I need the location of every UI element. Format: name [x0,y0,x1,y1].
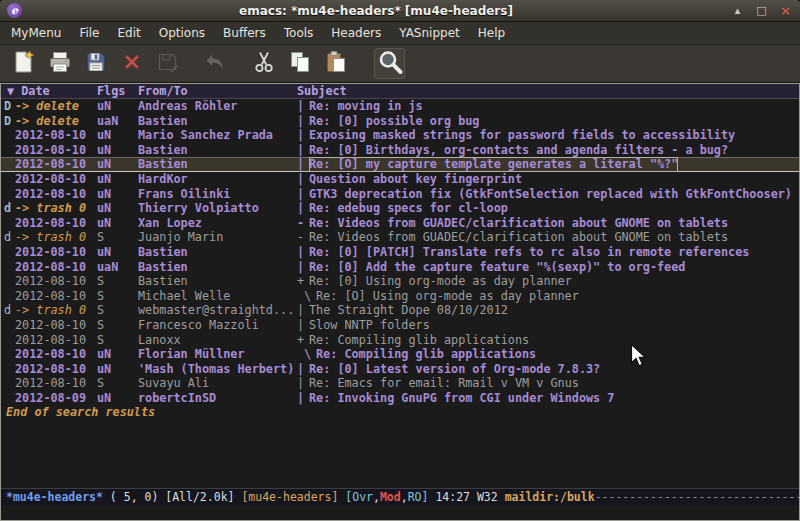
message-row[interactable]: 2012-08-10 uN 'Mash (Thomas Herbert) | R… [1,362,799,377]
message-row[interactable]: 2012-08-10 uN Xan Lopez - Re: Videos fro… [1,216,799,231]
message-row[interactable]: 2012-08-10 S Bastien + Re: [0] Using org… [1,274,799,289]
buffer-empty-space [1,420,799,488]
message-row[interactable]: 2012-08-09 uN robertcInSD | Re: Invoking… [1,391,799,406]
mode-line-segment: [All/2.0k] [165,490,241,504]
subject-cell: Re: Videos from GUADEC/clarification abo… [309,216,728,231]
from-cell: Bastien [138,143,297,158]
subject-cell: Re: [0] Birthdays, org-contacts and agen… [309,143,728,158]
thread-indicator: | [297,143,309,158]
flags-cell: S [97,318,138,333]
menu-item-tools[interactable]: Tools [275,23,323,43]
thread-indicator: | [297,114,309,129]
mark-cell [4,216,15,231]
message-row[interactable]: 2012-08-10 uN Mario Sanchez Prada | Expo… [1,128,799,143]
subject-cell: Re: moving in js [309,99,423,114]
subject-cell: Question about key fingerprint [309,172,522,187]
flags-cell: S [97,333,138,348]
message-row[interactable]: 2012-08-10 uN Frans Oilinki | GTK3 depre… [1,187,799,202]
tool-bar [0,45,800,83]
message-row[interactable]: D -> delete uN Andreas Röhler | Re: movi… [1,99,799,114]
column-header-subject[interactable]: Subject [297,84,799,98]
column-header-from[interactable]: From/To [138,84,297,98]
mark-cell: D [4,114,15,129]
column-header-date[interactable]: ▼ Date [4,84,97,98]
message-row[interactable]: 2012-08-10 uN Bastien | Re: [0] Birthday… [1,143,799,158]
message-row[interactable]: 2012-08-10 uN Florian Müllner \ Re: Comp… [1,347,799,362]
echo-area[interactable] [1,505,799,520]
thread-indicator: | [297,303,309,318]
message-row[interactable]: 2012-08-10 S Michael Welle \ Re: [O] Usi… [1,289,799,304]
message-row[interactable]: D -> delete uaN Bastien | Re: [0] possib… [1,114,799,129]
date-cell: 2012-08-10 [15,216,97,231]
message-row[interactable]: d -> trash 0 S webmaster@straightd... | … [1,303,799,318]
message-row[interactable]: d -> trash 0 S Juanjo Marin - Re: Videos… [1,230,799,245]
thread-indicator: | [297,391,309,406]
date-cell: -> delete [15,114,97,129]
thread-indicator: | [297,201,309,216]
message-row[interactable]: 2012-08-10 uN Bastien | Re: [0] [PATCH] … [1,245,799,260]
from-cell: Suvayu Ali [138,376,297,391]
message-row[interactable]: 2012-08-10 S Suvayu Ali | Re: Emacs for … [1,376,799,391]
flags-cell: uN [97,391,138,406]
save-button[interactable] [80,48,111,79]
message-row[interactable]: 2012-08-10 uN Bastien | Re: [O] my captu… [1,157,799,172]
flags-cell: uaN [97,260,138,275]
undo-button[interactable] [200,48,231,79]
close-buffer-button[interactable] [116,48,147,79]
subject-cell: Re: Invoking GnuPG from CGI under Window… [309,391,614,406]
message-row[interactable]: d -> trash 0 uN Thierry Volpiatto | Re: … [1,201,799,216]
mark-cell [4,289,15,304]
message-row[interactable]: 2012-08-10 uN HardKor | Question about k… [1,172,799,187]
menu-item-buffers[interactable]: Buffers [214,23,275,43]
message-row[interactable]: 2012-08-10 uaN Bastien | Re: [0] Add the… [1,260,799,275]
subject-cell: Re: [O] Using org-mode as day planner [316,289,579,304]
mode-line-segment: RO [408,490,422,504]
maximize-button[interactable]: □ [754,3,769,18]
menu-item-file[interactable]: File [70,23,108,43]
mode-line-segment: Mod [380,490,401,504]
menu-item-mymenu[interactable]: MyMenu [2,23,70,43]
flags-cell: uN [97,128,138,143]
close-button[interactable]: × [778,3,793,18]
copy-button[interactable] [284,48,315,79]
date-cell: 2012-08-10 [15,318,97,333]
column-header-flags[interactable]: Flgs [97,84,138,98]
message-row[interactable]: 2012-08-10 S Francesco Mazzoli | Slow NN… [1,318,799,333]
menu-item-edit[interactable]: Edit [109,23,150,43]
print-button[interactable] [44,48,75,79]
flags-cell: uN [97,157,138,172]
mark-cell [4,347,15,362]
flags-cell: S [97,289,138,304]
menu-item-help[interactable]: Help [469,23,514,43]
thread-indicator: + [297,274,309,289]
date-cell: 2012-08-10 [15,187,97,202]
from-cell: Bastien [138,157,297,172]
subject-cell: Re: [0] Using org-mode as day planner [309,274,572,289]
minimize-button[interactable]: ▴ [730,3,745,18]
date-cell: 2012-08-10 [15,289,97,304]
printer-icon [48,50,72,78]
mode-line-segment: 14:27 W32 [435,490,504,504]
date-cell: 2012-08-10 [15,347,97,362]
mark-cell [4,172,15,187]
mark-cell [4,187,15,202]
mark-cell [4,391,15,406]
mark-cell [4,157,15,172]
paste-button[interactable] [320,48,351,79]
new-file-button[interactable] [8,48,39,79]
thread-indicator: | [297,318,309,333]
search-button[interactable] [374,48,405,79]
thread-indicator: | [297,172,309,187]
flags-cell: uN [97,201,138,216]
mark-cell [4,376,15,391]
thread-indicator: - [297,216,309,231]
save-as-button[interactable] [152,48,183,79]
cut-button[interactable] [248,48,279,79]
thread-indicator: | [297,99,309,114]
message-row[interactable]: 2012-08-10 S Lanoxx + Re: Compiling glib… [1,333,799,348]
menu-item-headers[interactable]: Headers [322,23,390,43]
menu-item-yasnippet[interactable]: YASnippet [390,23,469,43]
window-title: emacs: *mu4e-headers* [mu4e-headers] [22,4,730,18]
menu-item-options[interactable]: Options [150,23,214,43]
save-as-icon [156,50,180,78]
